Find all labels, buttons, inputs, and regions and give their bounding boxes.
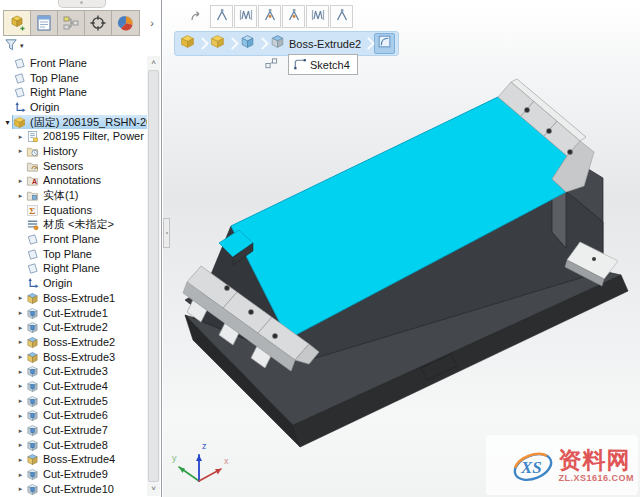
graphics-area[interactable]: Boss-Extrude2 Sketch4 z y x [163, 0, 640, 497]
context-toolbar [189, 5, 354, 28]
breadcrumb-segment-part[interactable] [178, 33, 197, 54]
tab-dimxpertmanager[interactable] [85, 11, 112, 35]
context-tool-button-6[interactable] [330, 5, 353, 28]
svg-text:Σ: Σ [29, 206, 35, 216]
expand-arrow-icon[interactable]: ▸ [15, 456, 26, 464]
tree-item-boss-extrude3[interactable]: ▸Boss-Extrude3 [0, 350, 147, 365]
tab-featuremanager-tree[interactable] [4, 11, 31, 35]
context-tool-button-1[interactable] [210, 5, 233, 28]
breadcrumb-segment-part-gold[interactable] [208, 33, 227, 54]
pin-arrow-icon[interactable] [189, 9, 205, 25]
part-gold-icon [210, 34, 225, 53]
expand-arrow-icon[interactable]: ▸ [15, 412, 26, 420]
expand-arrow-icon[interactable]: ▸ [15, 353, 26, 361]
tree-item-label: Boss-Extrude3 [43, 351, 115, 364]
expand-arrow-icon[interactable]: ▸ [15, 147, 26, 155]
expand-arrow-icon[interactable]: ▸ [15, 471, 26, 479]
tree-item-cut-extrude3[interactable]: ▸Cut-Extrude3 [0, 364, 147, 379]
tree-item-208195-filter-power-line[interactable]: ▸208195 Filter, Power Line [0, 129, 147, 144]
tree-item-cut-extrude1[interactable]: ▸Cut-Extrude1 [0, 306, 147, 321]
context-tool-button-4[interactable] [282, 5, 305, 28]
tree-item-cut-extrude5[interactable]: ▸Cut-Extrude5 [0, 394, 147, 409]
tree-item-origin[interactable]: Origin [0, 276, 147, 291]
solid-body-icon [240, 34, 255, 53]
expand-arrow-icon[interactable]: ▸ [15, 133, 26, 141]
tab-overflow-chevron[interactable]: › [146, 14, 158, 32]
sketch-breadcrumb-item[interactable]: Sketch4 [288, 54, 358, 75]
expand-arrow-icon[interactable]: ▸ [15, 324, 26, 332]
expand-arrow-icon[interactable]: ▾ [2, 118, 13, 127]
tree-item-front-plane[interactable]: Front Plane [0, 232, 147, 247]
tree-item-label: Equations [43, 204, 92, 217]
tree-item-label: Origin [30, 101, 59, 114]
tree-item--1-[interactable]: ▸实体(1) [0, 188, 147, 203]
scroll-down-icon[interactable]: ˅ [147, 482, 160, 496]
tree-item-boss-extrude2[interactable]: ▸Boss-Extrude2 [0, 335, 147, 350]
context-tool-button-2[interactable] [234, 5, 257, 28]
tree-item-label: Front Plane [30, 57, 87, 70]
tree-item-boss-extrude4[interactable]: ▸Boss-Extrude4 [0, 453, 147, 468]
scrollbar-thumb[interactable] [148, 70, 159, 482]
feature-tree: Front PlaneTop PlaneRight PlaneOrigin▾(固… [0, 56, 147, 497]
expand-arrow-icon[interactable]: ▸ [15, 441, 26, 449]
tree-item-label: Annotations [43, 174, 101, 187]
tree-item-cut-extrude7[interactable]: ▸Cut-Extrude7 [0, 423, 147, 438]
tree-item-cut-extrude2[interactable]: ▸Cut-Extrude2 [0, 320, 147, 335]
expand-arrow-icon[interactable]: ▸ [15, 382, 26, 390]
expand-arrow-icon[interactable]: ▸ [15, 368, 26, 376]
tree-item-cut-extrude8[interactable]: ▸Cut-Extrude8 [0, 438, 147, 453]
expand-arrow-icon[interactable]: ▸ [15, 338, 26, 346]
tree-item-front-plane[interactable]: Front Plane [0, 56, 147, 71]
tree-scrollbar[interactable]: ˄ ˅ [147, 56, 160, 496]
cut-extrude-icon [26, 380, 40, 393]
breadcrumb-segment-sketch[interactable] [374, 33, 395, 54]
tree-item-origin[interactable]: Origin [0, 100, 147, 115]
tree-item--[interactable]: 材质 <未指定> [0, 218, 147, 233]
breadcrumb-segment-boss-extrude2[interactable]: Boss-Extrude2 [268, 33, 363, 54]
plane-icon [13, 57, 27, 70]
expand-arrow-icon[interactable]: ▸ [15, 485, 26, 493]
tree-item-label: Cut-Extrude2 [43, 321, 108, 334]
panel-splitter-handle[interactable] [163, 218, 170, 248]
expand-arrow-icon[interactable]: ▸ [15, 397, 26, 405]
tab-propertymanager[interactable] [31, 11, 58, 35]
tree-item-equations[interactable]: ΣEquations [0, 203, 147, 218]
tab-configurationmanager[interactable] [58, 11, 85, 35]
tree-item-annotations[interactable]: ▸AAnnotations [0, 174, 147, 189]
expand-arrow-icon[interactable]: ▸ [15, 309, 26, 317]
panel-collapse-handle[interactable] [58, 0, 106, 8]
tree-item-right-plane[interactable]: Right Plane [0, 262, 147, 277]
filter-dropdown-caret[interactable]: ▾ [20, 42, 24, 50]
tree-item-cut-extrude6[interactable]: ▸Cut-Extrude6 [0, 409, 147, 424]
tree-item--208195-rshn-2016d[interactable]: ▾(固定) 208195_RSHN-2016D [0, 115, 147, 130]
tree-item-top-plane[interactable]: Top Plane [0, 247, 147, 262]
tree-item-cut-extrude9[interactable]: ▸Cut-Extrude9 [0, 467, 147, 482]
tab-displaymanager[interactable] [112, 11, 139, 35]
boss-extrude-icon [26, 336, 40, 349]
model-canvas[interactable] [163, 0, 640, 497]
tree-item-cut-extrude4[interactable]: ▸Cut-Extrude4 [0, 379, 147, 394]
cut-extrude-icon [26, 365, 40, 378]
expand-arrow-icon[interactable]: ▸ [15, 427, 26, 435]
tree-item-boss-extrude1[interactable]: ▸Boss-Extrude1 [0, 291, 147, 306]
cut-extrude-icon [26, 483, 40, 496]
tree-item-history[interactable]: ▸History [0, 144, 147, 159]
cut-extrude-icon [26, 321, 40, 334]
sketch-label: Sketch4 [310, 59, 350, 71]
tree-item-top-plane[interactable]: Top Plane [0, 71, 147, 86]
context-tool-button-5[interactable] [306, 5, 329, 28]
breadcrumb-segment-solid-body[interactable] [238, 33, 257, 54]
context-tool-button-3[interactable] [258, 5, 281, 28]
tree-item-right-plane[interactable]: Right Plane [0, 85, 147, 100]
expand-arrow-icon[interactable]: ▸ [15, 294, 26, 302]
tree-item-cut-extrude10[interactable]: ▸Cut-Extrude10 [0, 482, 147, 497]
solid-bodies-folder-icon [26, 189, 40, 202]
expand-arrow-icon[interactable]: ▸ [15, 177, 26, 185]
expand-arrow-icon[interactable]: ▸ [15, 192, 26, 200]
tree-filter-button[interactable]: ▾ [4, 38, 24, 54]
sketch-profile-icon [292, 56, 310, 73]
scroll-up-icon[interactable]: ˄ [147, 56, 160, 70]
part-icon [13, 116, 27, 129]
tree-item-sensors[interactable]: Sensors [0, 159, 147, 174]
triad-x-label: x [224, 456, 229, 466]
